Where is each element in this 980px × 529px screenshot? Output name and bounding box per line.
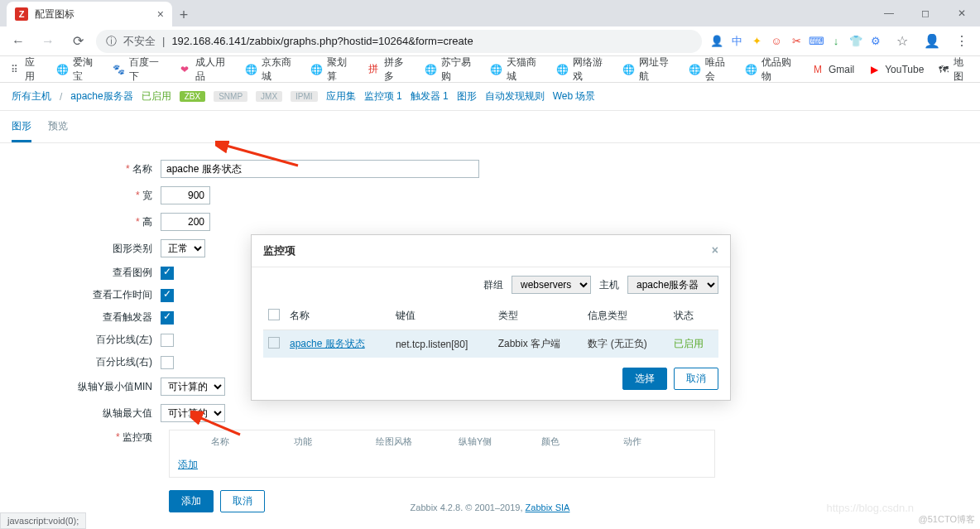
bookmark-item[interactable]: 🌐爱淘宝: [56, 55, 100, 84]
reload-button[interactable]: ⟳: [66, 30, 89, 53]
globe-icon: 🌐: [245, 63, 257, 76]
breadcrumb-host[interactable]: apache服务器: [70, 89, 132, 103]
bookmark-item[interactable]: 🗺地图: [937, 55, 972, 84]
breadcrumb: 所有主机 / apache服务器 已启用 ZBX SNMP JMX IPMI 应…: [0, 83, 980, 111]
select-ymax[interactable]: 可计算的: [161, 404, 225, 422]
label-ymax: 纵轴最大值: [12, 406, 161, 421]
globe-icon: 🌐: [56, 63, 69, 76]
ext-icon[interactable]: ↓: [828, 33, 844, 50]
pdd-icon: 拼: [368, 63, 380, 76]
tabs-nav: 图形 预览: [0, 111, 980, 143]
footer-link[interactable]: Zabbix SIA: [526, 503, 570, 512]
bookmark-item[interactable]: 🌐京东商城: [245, 55, 298, 84]
input-name[interactable]: [161, 160, 479, 178]
badge-jmx: JMX: [256, 91, 282, 102]
bookmark-item[interactable]: 🌐唯品会: [689, 55, 733, 84]
globe-icon: 🌐: [689, 63, 701, 76]
breadcrumb-discovery[interactable]: 自动发现规则: [485, 89, 545, 103]
input-height[interactable]: [161, 213, 210, 231]
label-name: 名称: [12, 162, 161, 176]
gmail-icon: M: [811, 63, 824, 76]
modal-close-icon[interactable]: ×: [712, 243, 718, 258]
bookmark-item[interactable]: 拼拼多多: [368, 55, 411, 84]
breadcrumb-web[interactable]: Web 场景: [553, 89, 596, 103]
bookmark-item[interactable]: 🌐网址导航: [622, 55, 675, 84]
modal-col-type: 类型: [493, 302, 584, 330]
checkbox-row[interactable]: [268, 337, 280, 349]
modal-select-button[interactable]: 选择: [622, 368, 667, 390]
checkbox-triggers[interactable]: [161, 311, 174, 325]
ext-icon[interactable]: 👕: [848, 33, 864, 50]
bookmark-item[interactable]: 🌐苏宁易购: [425, 55, 478, 84]
profile-icon[interactable]: 👤: [920, 30, 944, 53]
checkbox-percent-right[interactable]: [161, 356, 174, 369]
modal-cancel-button[interactable]: 取消: [674, 368, 718, 390]
breadcrumb-items[interactable]: 监控项 1: [364, 89, 402, 103]
label-height: 高: [12, 215, 161, 229]
input-width[interactable]: [161, 186, 210, 204]
modal-col-status: 状态: [669, 302, 718, 330]
ext-icon[interactable]: ☺: [768, 33, 785, 50]
menu-icon[interactable]: ⋮: [950, 30, 973, 53]
ext-icon[interactable]: ✦: [748, 33, 765, 50]
label-legend: 查看图例: [12, 266, 161, 280]
bookmark-item[interactable]: 🌐聚划算: [310, 55, 354, 84]
checkbox-legend[interactable]: [161, 267, 174, 280]
browser-tab[interactable]: Z 配置图标 ×: [7, 2, 172, 26]
ext-icon[interactable]: 👤: [709, 33, 725, 50]
modal-item-row[interactable]: apache 服务状态 net.tcp.listen[80] Zabbix 客户…: [263, 330, 718, 358]
checkbox-percent-left[interactable]: [161, 334, 174, 347]
modal-col-name: 名称: [285, 302, 391, 330]
label-width: 宽: [12, 189, 161, 203]
globe-icon: 🌐: [490, 63, 502, 76]
bookmark-item[interactable]: 🐾百度一下: [113, 55, 166, 84]
add-item-link[interactable]: 添加: [178, 459, 198, 470]
bookmark-item[interactable]: 🌐优品购物: [745, 55, 798, 84]
badge-ipmi: IPMI: [291, 91, 318, 102]
new-tab-button[interactable]: +: [172, 3, 195, 26]
forward-button[interactable]: →: [36, 30, 60, 53]
modal-host-select[interactable]: apache服务器: [627, 276, 718, 294]
address-bar: ← → ⟳ ⓘ 不安全 | 192.168.46.141/zabbix/grap…: [0, 26, 980, 56]
breadcrumb-all-hosts[interactable]: 所有主机: [12, 89, 51, 103]
modal-host-label: 主机: [599, 278, 619, 292]
checkbox-worktime[interactable]: [161, 289, 174, 302]
bookmark-item[interactable]: 🌐网络游戏: [556, 55, 609, 84]
close-tab-icon[interactable]: ×: [157, 7, 164, 21]
modal-group-select[interactable]: webservers: [512, 276, 591, 294]
select-type[interactable]: 正常: [161, 239, 205, 257]
maps-icon: 🗺: [937, 63, 949, 76]
minimize-icon[interactable]: —: [871, 0, 907, 26]
badge-snmp: SNMP: [214, 91, 247, 102]
ext-icon[interactable]: ⌨: [808, 33, 824, 50]
close-window-icon[interactable]: ✕: [944, 0, 980, 26]
bookmark-item[interactable]: MGmail: [811, 63, 854, 76]
globe-icon: 🌐: [310, 63, 323, 76]
breadcrumb-apps[interactable]: 应用集: [326, 89, 356, 103]
breadcrumb-graphs[interactable]: 图形: [457, 89, 477, 103]
apps-button[interactable]: ⠿应用: [8, 55, 43, 84]
bookmark-item[interactable]: ❤成人用品: [179, 55, 232, 84]
ext-icon[interactable]: ✂: [788, 33, 805, 50]
modal-row-name[interactable]: apache 服务状态: [290, 338, 365, 349]
tab-graph[interactable]: 图形: [12, 119, 31, 142]
col-color: 颜色: [541, 435, 624, 448]
breadcrumb-triggers[interactable]: 触发器 1: [411, 89, 449, 103]
bookmark-item[interactable]: ▶YouTube: [867, 63, 924, 76]
bookmark-item[interactable]: 🌐天猫商城: [490, 55, 543, 84]
youtube-icon: ▶: [867, 63, 881, 76]
apps-icon: ⠿: [8, 63, 21, 76]
maximize-icon[interactable]: ◻: [907, 0, 944, 26]
tab-preview[interactable]: 预览: [48, 119, 68, 142]
omnibox[interactable]: ⓘ 不安全 | 192.168.46.141/zabbix/graphs.php…: [96, 30, 702, 53]
select-ymin[interactable]: 可计算的: [161, 378, 225, 396]
bookmarks-bar: ⠿应用 🌐爱淘宝 🐾百度一下 ❤成人用品 🌐京东商城 🌐聚划算 拼拼多多 🌐苏宁…: [0, 56, 980, 83]
checkbox-all[interactable]: [268, 309, 280, 320]
back-button[interactable]: ←: [7, 30, 30, 53]
star-icon[interactable]: ☆: [891, 30, 914, 53]
ext-icon[interactable]: 中: [728, 33, 745, 50]
ext-icon[interactable]: ⚙: [867, 33, 884, 50]
col-func: 功能: [294, 435, 377, 448]
url-text: 192.168.46.141/zabbix/graphs.php?hostid=…: [171, 35, 473, 47]
globe-icon: 🌐: [622, 63, 635, 76]
